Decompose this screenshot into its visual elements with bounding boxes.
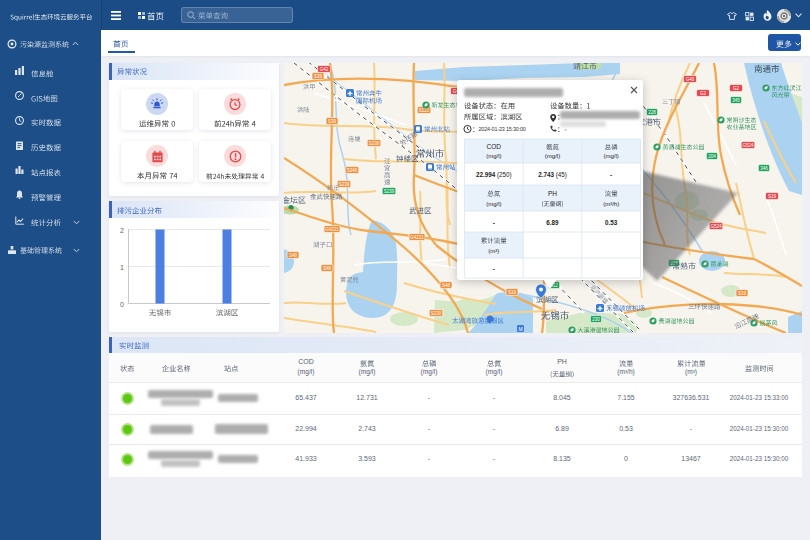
svg-text:G4221: G4221 — [325, 227, 339, 232]
svg-text:0.53: 0.53 — [605, 219, 618, 226]
svg-text:S48: S48 — [289, 253, 298, 258]
svg-text:(m³): (m³) — [488, 248, 499, 254]
svg-text:(mg/l): (mg/l) — [603, 153, 618, 159]
svg-text:6.89: 6.89 — [546, 219, 559, 226]
svg-text:-: - — [610, 171, 612, 178]
svg-text:PH: PH — [548, 190, 557, 197]
svg-text:2: 2 — [120, 227, 124, 234]
svg-text:G2: G2 — [733, 86, 740, 91]
svg-text:S122: S122 — [419, 108, 430, 113]
svg-text:G40: G40 — [686, 77, 695, 82]
svg-text:S48: S48 — [323, 266, 332, 271]
svg-text:2024-01-23 15:30:00: 2024-01-23 15:30:00 — [479, 126, 526, 132]
svg-text:S19: S19 — [768, 194, 777, 199]
svg-text:(mg/l): (mg/l) — [486, 201, 501, 207]
svg-text:204: 204 — [708, 154, 716, 159]
svg-text:S238: S238 — [369, 141, 380, 146]
svg-text:2.743 (45): 2.743 (45) — [538, 171, 567, 179]
svg-text:M: M — [518, 326, 522, 332]
svg-text:S39: S39 — [314, 74, 323, 79]
svg-text:G524: G524 — [742, 143, 754, 148]
svg-text:-: - — [493, 219, 495, 226]
svg-text:-: - — [493, 265, 495, 272]
svg-text:S19: S19 — [508, 290, 517, 295]
svg-text:G42: G42 — [320, 67, 329, 72]
svg-text:1: 1 — [120, 264, 124, 271]
svg-text:S48: S48 — [442, 283, 451, 288]
svg-text:COD: COD — [487, 143, 502, 150]
svg-text:228: 228 — [648, 110, 656, 115]
svg-text:S340: S340 — [347, 168, 358, 173]
svg-text:(m³/h): (m³/h) — [603, 201, 619, 207]
svg-text:S230: S230 — [431, 311, 442, 316]
svg-text:0: 0 — [120, 301, 124, 308]
svg-text:S239: S239 — [339, 182, 350, 187]
svg-text:S239: S239 — [384, 189, 395, 194]
svg-text:22.994 (250): 22.994 (250) — [476, 171, 512, 179]
svg-text:(mg/l): (mg/l) — [545, 153, 560, 159]
svg-text:G2: G2 — [700, 91, 707, 96]
svg-text:S39: S39 — [328, 119, 337, 124]
svg-text:(mg/l): (mg/l) — [486, 153, 501, 159]
svg-text:345: 345 — [732, 98, 740, 103]
svg-text:230: 230 — [592, 317, 600, 322]
svg-text:G4221: G4221 — [410, 235, 424, 240]
